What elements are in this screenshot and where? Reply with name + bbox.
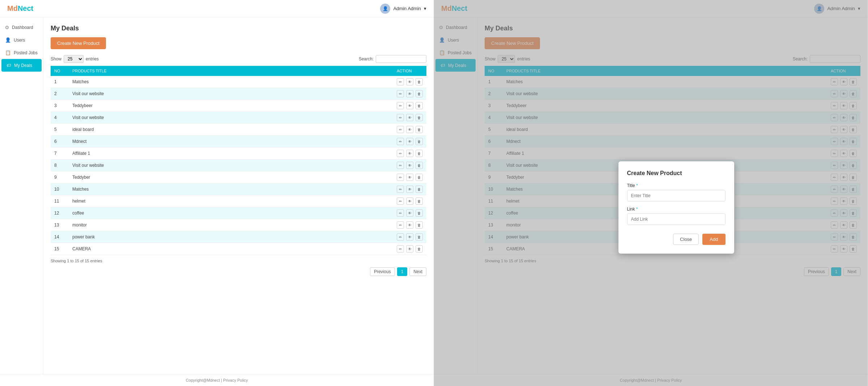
view-icon[interactable]: 👁 <box>406 114 413 121</box>
logo-nect: Nect <box>18 4 33 12</box>
view-icon[interactable]: 👁 <box>406 78 413 85</box>
search-area: Search: <box>359 55 426 63</box>
create-new-product-button[interactable]: Create New Product <box>51 37 106 49</box>
table-row-title: power bank <box>69 231 393 243</box>
sidebar-item-posted-jobs[interactable]: 📋 Posted Jobs <box>0 46 43 59</box>
view-icon[interactable]: 👁 <box>406 126 413 133</box>
left-panel: MdNect 👤 Admin Admin ▾ ⊙ Dashboard 👤 Use… <box>0 0 434 386</box>
table-row-title: ideal board <box>69 124 393 136</box>
delete-icon[interactable]: 🗑 <box>416 221 423 229</box>
pagination: Previous 1 Next <box>51 267 426 276</box>
search-input[interactable] <box>376 55 426 63</box>
delete-icon[interactable]: 🗑 <box>416 198 423 205</box>
table-row-actions: ✏ 👁 🗑 <box>393 183 426 195</box>
view-icon[interactable]: 👁 <box>406 198 413 205</box>
view-icon[interactable]: 👁 <box>406 174 413 181</box>
edit-icon[interactable]: ✏ <box>397 126 404 133</box>
table-row: 12 <box>51 207 69 219</box>
edit-icon[interactable]: ✏ <box>397 186 404 193</box>
edit-icon[interactable]: ✏ <box>397 114 404 121</box>
entries-select[interactable]: 25 50 100 <box>64 55 84 63</box>
my-deals-icon: 🏷 <box>7 63 11 68</box>
delete-icon[interactable]: 🗑 <box>416 174 423 181</box>
edit-icon[interactable]: ✏ <box>397 233 404 241</box>
link-input[interactable] <box>627 213 726 225</box>
sidebar-item-my-deals[interactable]: 🏷 My Deals <box>1 59 42 72</box>
sidebar-item-users[interactable]: 👤 Users <box>0 34 43 46</box>
table-row-title: Teddybeer <box>69 100 393 112</box>
table-row-actions: ✏ 👁 🗑 <box>393 207 426 219</box>
edit-icon[interactable]: ✏ <box>397 209 404 217</box>
edit-icon[interactable]: ✏ <box>397 102 404 109</box>
table-row-actions: ✏ 👁 🗑 <box>393 112 426 124</box>
edit-icon[interactable]: ✏ <box>397 150 404 157</box>
modal-actions: Close Add <box>627 234 726 245</box>
page-1-button[interactable]: 1 <box>397 267 408 276</box>
table-row-title: monitor <box>69 219 393 231</box>
previous-button[interactable]: Previous <box>370 267 395 276</box>
table-row-actions: ✏ 👁 🗑 <box>393 76 426 88</box>
edit-icon[interactable]: ✏ <box>397 174 404 181</box>
delete-icon[interactable]: 🗑 <box>416 162 423 169</box>
next-button[interactable]: Next <box>409 267 426 276</box>
delete-icon[interactable]: 🗑 <box>416 90 423 97</box>
footer-text: Copyright@Mdnect | Privacy Policy <box>186 378 248 382</box>
view-icon[interactable]: 👁 <box>406 186 413 193</box>
edit-icon[interactable]: ✏ <box>397 221 404 229</box>
delete-icon[interactable]: 🗑 <box>416 245 423 253</box>
create-product-modal: Create New Product Title * Link * Close … <box>618 161 734 254</box>
view-icon[interactable]: 👁 <box>406 138 413 145</box>
view-icon[interactable]: 👁 <box>406 102 413 109</box>
main-content: My Deals Create New Product Show 25 50 1… <box>43 17 434 374</box>
posted-jobs-icon: 📋 <box>5 50 11 55</box>
view-icon[interactable]: 👁 <box>406 162 413 169</box>
table-row-actions: ✏ 👁 🗑 <box>393 88 426 100</box>
sidebar-item-dashboard[interactable]: ⊙ Dashboard <box>0 21 43 34</box>
delete-icon[interactable]: 🗑 <box>416 150 423 157</box>
delete-icon[interactable]: 🗑 <box>416 186 423 193</box>
user-menu[interactable]: 👤 Admin Admin ▾ <box>380 4 426 14</box>
edit-icon[interactable]: ✏ <box>397 138 404 145</box>
table-row: 2 <box>51 88 69 100</box>
table-row: 4 <box>51 112 69 124</box>
col-action: ACTION <box>393 66 426 76</box>
layout: ⊙ Dashboard 👤 Users 📋 Posted Jobs 🏷 My D… <box>0 17 434 374</box>
delete-icon[interactable]: 🗑 <box>416 209 423 217</box>
view-icon[interactable]: 👁 <box>406 150 413 157</box>
modal-overlay[interactable]: Create New Product Title * Link * Close … <box>434 0 868 386</box>
table-row-actions: ✏ 👁 🗑 <box>393 195 426 207</box>
edit-icon[interactable]: ✏ <box>397 245 404 253</box>
search-label: Search: <box>359 56 374 61</box>
edit-icon[interactable]: ✏ <box>397 90 404 97</box>
table-row: 11 <box>51 195 69 207</box>
delete-icon[interactable]: 🗑 <box>416 78 423 85</box>
sidebar-item-label: Dashboard <box>12 25 33 30</box>
edit-icon[interactable]: ✏ <box>397 78 404 85</box>
table-row: 8 <box>51 160 69 171</box>
delete-icon[interactable]: 🗑 <box>416 233 423 241</box>
show-entries-control: Show 25 50 100 entries <box>51 55 99 63</box>
view-icon[interactable]: 👁 <box>406 90 413 97</box>
table-row-title: Matches <box>69 76 393 88</box>
table-row: 14 <box>51 231 69 243</box>
close-button[interactable]: Close <box>673 234 699 245</box>
title-input[interactable] <box>627 190 726 202</box>
edit-icon[interactable]: ✏ <box>397 162 404 169</box>
view-icon[interactable]: 👁 <box>406 221 413 229</box>
table-row-title: Teddyber <box>69 171 393 183</box>
delete-icon[interactable]: 🗑 <box>416 138 423 145</box>
view-icon[interactable]: 👁 <box>406 209 413 217</box>
link-label: Link * <box>627 207 726 212</box>
edit-icon[interactable]: ✏ <box>397 198 404 205</box>
view-icon[interactable]: 👁 <box>406 245 413 253</box>
delete-icon[interactable]: 🗑 <box>416 114 423 121</box>
show-label: Show <box>51 56 61 61</box>
table-row-title: coffee <box>69 207 393 219</box>
table-row-title: helmet <box>69 195 393 207</box>
table-controls: Show 25 50 100 entries Search: <box>51 55 426 63</box>
view-icon[interactable]: 👁 <box>406 233 413 241</box>
add-button[interactable]: Add <box>702 234 725 245</box>
delete-icon[interactable]: 🗑 <box>416 102 423 109</box>
delete-icon[interactable]: 🗑 <box>416 126 423 133</box>
logo: MdNect <box>7 4 33 13</box>
